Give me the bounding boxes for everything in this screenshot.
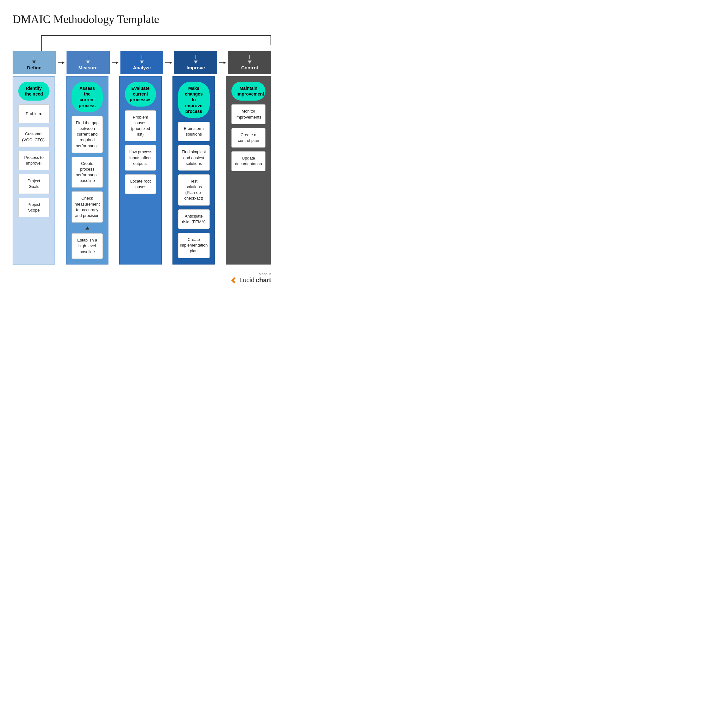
control-badge: Maintain improvement xyxy=(231,82,266,101)
arrow-analyze-improve xyxy=(165,60,172,65)
analyze-label: Analyze xyxy=(133,65,151,70)
control-column: Maintain improvement Monitor improvement… xyxy=(226,76,271,265)
lucidchart-icon xyxy=(231,277,238,284)
phase-headers-row: Define Measure Analyze xyxy=(12,51,271,74)
improve-card-2: Test solutions (Plan-do-check-act) xyxy=(178,174,210,206)
arrow-icon-4 xyxy=(219,60,226,65)
analyze-header: Analyze xyxy=(121,51,164,74)
measure-card-0: Find the gap between current and require… xyxy=(72,116,103,153)
made-in-label: Made in xyxy=(259,272,271,276)
col-spacer-2 xyxy=(110,76,117,265)
page-title: DMAIC Methodology Template xyxy=(12,12,271,26)
lucidchart-brand: Lucidchart xyxy=(231,277,271,284)
measure-card-2: Check measurement for accuracy and preci… xyxy=(72,191,103,223)
improve-badge: Make changes to improve process xyxy=(178,82,210,118)
top-right-vertical xyxy=(271,35,271,45)
analyze-card-0: Problem causes: (prioritized list) xyxy=(125,110,156,142)
improve-label: Improve xyxy=(187,65,205,70)
define-card-2: Process to improve: xyxy=(18,151,50,170)
define-card-1: Customer (VOC, CTQ): xyxy=(18,127,50,147)
lucidchart-badge: Made in Lucidchart xyxy=(12,272,271,284)
analyze-column: Evaluate current processes Problem cause… xyxy=(119,76,162,265)
improve-header: Improve xyxy=(174,51,217,74)
define-column: Identify the need Problem: Customer (VOC… xyxy=(12,76,55,265)
col-spacer-3 xyxy=(164,76,171,265)
svg-marker-1 xyxy=(62,61,65,64)
measure-label: Measure xyxy=(78,65,98,70)
diagram-container: Define Measure Analyze xyxy=(12,35,271,265)
measure-up-arrow-wrapper xyxy=(86,226,89,229)
improve-card-1: Find simplest and easiest solutions xyxy=(178,145,210,171)
arrow-icon-2 xyxy=(112,60,119,65)
define-card-3: Project Goals xyxy=(18,174,50,194)
main-columns: Identify the need Problem: Customer (VOC… xyxy=(12,76,271,265)
measure-card-1: Create process performance baseline xyxy=(72,157,103,188)
measure-column: Assess the current process Find the gap … xyxy=(66,76,109,265)
page-container: DMAIC Methodology Template Define xyxy=(12,12,271,284)
control-label: Control xyxy=(241,65,258,70)
define-card-4: Project Scope xyxy=(18,198,50,217)
arrow-measure-analyze xyxy=(112,60,119,65)
define-card-0: Problem: xyxy=(18,104,50,123)
improve-card-3: Anticipate risks (FEMA) xyxy=(178,210,210,229)
measure-badge: Assess the current process xyxy=(72,82,103,112)
define-badge: Identify the need xyxy=(18,82,50,101)
svg-marker-8 xyxy=(231,277,236,283)
top-left-vertical xyxy=(41,35,41,51)
svg-marker-7 xyxy=(223,61,226,64)
lucid-text: Lucid xyxy=(239,277,254,284)
improve-column: Make changes to improve process Brainsto… xyxy=(173,76,215,265)
arrow-improve-control xyxy=(219,60,226,65)
define-label: Define xyxy=(27,65,41,70)
col-spacer-1 xyxy=(57,76,64,265)
control-card-0: Monitor improvements xyxy=(231,104,266,124)
arrow-icon-1 xyxy=(58,60,65,65)
improve-card-4: Create implementation plan xyxy=(178,233,210,258)
top-horizontal-line xyxy=(41,35,271,36)
measure-card-3: Establish a high-level baseline xyxy=(72,233,103,259)
top-connector-area xyxy=(12,35,271,51)
control-card-2: Update documentation xyxy=(231,151,266,171)
define-header: Define xyxy=(12,51,56,74)
chart-text: chart xyxy=(256,277,271,284)
svg-marker-3 xyxy=(116,61,119,64)
analyze-card-2: Locate root causes: xyxy=(125,174,156,194)
arrow-icon-3 xyxy=(165,60,172,65)
improve-card-0: Brainstorm solutions xyxy=(178,122,210,141)
analyze-badge: Evaluate current processes xyxy=(125,82,156,107)
measure-up-arrow-icon xyxy=(86,226,89,229)
measure-header: Measure xyxy=(67,51,110,74)
control-card-1: Create a control plan xyxy=(231,128,266,148)
analyze-card-1: How process inputs affect outputs: xyxy=(125,145,156,171)
svg-marker-5 xyxy=(170,61,172,64)
control-header: Control xyxy=(228,51,271,74)
col-spacer-4 xyxy=(217,76,224,265)
arrow-define-measure xyxy=(58,60,65,65)
